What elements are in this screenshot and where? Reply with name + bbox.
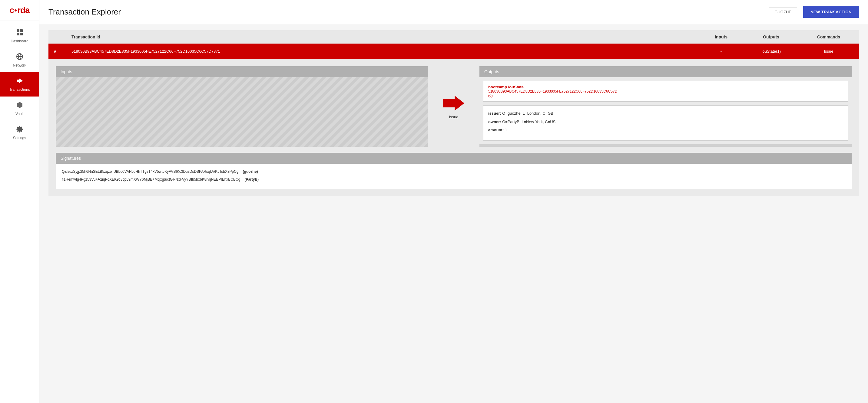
output-card: bootcamp.IouState 518030B93ABC457ED8D2E8… — [483, 81, 848, 102]
inputs-striped-area — [56, 77, 428, 147]
sig2-party: (PartyB) — [244, 177, 259, 181]
col-expand — [49, 34, 67, 39]
owner-line: owner: O=PartyB, L=New York, C=US — [488, 119, 843, 125]
logo-c: c — [9, 5, 14, 15]
svg-marker-9 — [443, 96, 464, 110]
issuer-value: O=guozhe, L=London, C=GB — [502, 111, 553, 115]
owner-value: O=PartyB, L=New York, C=US — [502, 120, 555, 124]
signatures-panel: Signatures Qz/suzSyjp25h6NnSELB5zqzoTJBb… — [56, 153, 851, 189]
logo-dots — [14, 9, 17, 11]
arrow-icon — [443, 94, 464, 112]
page-header: Transaction Explorer GUOZHE NEW TRANSACT… — [39, 0, 868, 24]
new-transaction-button[interactable]: NEW TRANSACTION — [803, 6, 859, 18]
dashboard-label: Dashboard — [10, 39, 28, 43]
signatures-panel-body: Qz/suzSyjp25h6NnSELB5zqzoTJBbo0VAHcoHhTT… — [56, 164, 851, 189]
sidebar-item-network[interactable]: Network — [0, 48, 39, 72]
output-title[interactable]: bootcamp.IouState — [488, 85, 843, 89]
outputs-panel-body: bootcamp.IouState 518030B93ABC457ED8D2E8… — [479, 77, 851, 144]
output-details: issuer: O=guozhe, L=London, C=GB owner: … — [483, 105, 848, 141]
inputs-panel-body — [56, 77, 428, 147]
row-commands: Issue — [798, 49, 859, 54]
svg-rect-2 — [17, 33, 20, 35]
logo-area: c rda — [0, 0, 39, 21]
vault-label: Vault — [16, 112, 23, 116]
settings-label: Settings — [13, 136, 26, 140]
transaction-detail: Inputs Issue Outputs — [49, 59, 859, 196]
row-tx-id: 518030B93ABC457ED8D2E835F1933005FE752712… — [67, 49, 699, 54]
owner-label: owner: — [488, 120, 501, 124]
issuer-label: issuer: — [488, 111, 501, 115]
corda-logo: c rda — [9, 5, 29, 15]
arrow-area: Issue — [434, 66, 473, 147]
arrow-label: Issue — [449, 115, 458, 119]
transaction-row[interactable]: ∧ 518030B93ABC457ED8D2E835F1933005FE7527… — [49, 43, 859, 59]
amount-value: 1 — [505, 128, 507, 132]
inputs-panel-header: Inputs — [56, 66, 428, 77]
page-title: Transaction Explorer — [49, 7, 121, 16]
outputs-panel-header: Outputs — [479, 66, 851, 77]
issuer-line: issuer: O=guozhe, L=London, C=GB — [488, 110, 843, 116]
sig1-value: Qz/suzSyjp25h6NnSELB5zqzoTJBbo0VAHcoHhTT… — [62, 169, 243, 174]
output-id: 518030B93ABC457ED8D2E835F1933005FE752712… — [488, 89, 843, 94]
amount-label: amount: — [488, 128, 504, 132]
transactions-label: Transactions — [9, 88, 30, 92]
row-outputs: IouState(1) — [744, 49, 798, 54]
user-badge[interactable]: GUOZHE — [769, 7, 797, 16]
sig2-value: fi1RemwIg4Pgz53Vu+A2iqPoXEK9c3qdJ9mXWY6M… — [62, 177, 244, 181]
row-chevron[interactable]: ∧ — [49, 48, 67, 54]
sidebar-item-dashboard[interactable]: Dashboard — [0, 24, 39, 48]
amount-line: amount: 1 — [488, 127, 843, 133]
sig2-line: fi1RemwIg4Pgz53Vu+A2iqPoXEK9c3qdJ9mXWY6M… — [62, 176, 845, 183]
vault-icon — [16, 101, 23, 110]
header-right: GUOZHE NEW TRANSACTION — [769, 6, 859, 18]
table-header: Transaction Id Inputs Outputs Commands — [49, 30, 859, 43]
content-area: Transaction Id Inputs Outputs Commands ∧… — [39, 24, 868, 403]
inputs-panel: Inputs — [56, 66, 428, 147]
row-inputs: - — [699, 49, 744, 54]
network-icon — [16, 53, 23, 62]
network-label: Network — [13, 63, 26, 67]
sidebar-item-vault[interactable]: Vault — [0, 97, 39, 121]
sig1-party: (guozhe) — [243, 169, 258, 174]
dashboard-icon — [16, 29, 23, 38]
transactions-icon — [16, 77, 23, 86]
signatures-panel-header: Signatures — [56, 153, 851, 164]
col-commands: Commands — [798, 34, 859, 39]
sidebar-item-transactions[interactable]: Transactions — [0, 72, 39, 97]
col-outputs: Outputs — [744, 34, 798, 39]
col-inputs: Inputs — [699, 34, 744, 39]
io-row: Inputs Issue Outputs — [56, 66, 851, 147]
settings-icon — [16, 126, 23, 135]
sidebar-item-settings[interactable]: Settings — [0, 121, 39, 145]
sig1-line: Qz/suzSyjp25h6NnSELB5zqzoTJBbo0VAHcoHhTT… — [62, 169, 845, 175]
outputs-panel: Outputs bootcamp.IouState 518030B93ABC45… — [479, 66, 851, 147]
svg-rect-3 — [20, 33, 23, 35]
chevron-up-icon[interactable]: ∧ — [53, 49, 57, 54]
svg-marker-7 — [17, 78, 23, 83]
main-content: Transaction Explorer GUOZHE NEW TRANSACT… — [39, 0, 868, 403]
col-transaction-id: Transaction Id — [67, 34, 699, 39]
output-index: (0) — [488, 94, 843, 98]
logo-rda: rda — [17, 5, 30, 15]
svg-rect-0 — [17, 29, 20, 32]
sidebar: c rda Dashboard Network — [0, 0, 39, 403]
svg-rect-1 — [20, 29, 23, 32]
